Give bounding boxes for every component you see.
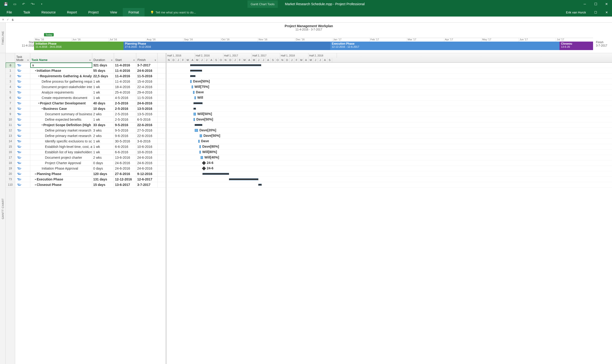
task-finish-cell[interactable]: 24-6-2016: [136, 160, 158, 166]
gantt-bar[interactable]: [192, 86, 193, 88]
task-dur-cell[interactable]: 1 wk: [92, 117, 114, 122]
row-number[interactable]: 13: [6, 133, 15, 139]
gantt-bar[interactable]: [195, 124, 202, 126]
ribbon-tab-format[interactable]: Format: [123, 8, 145, 16]
task-dur-cell[interactable]: 2 wks: [92, 133, 114, 138]
task-mode-cell[interactable]: [15, 101, 30, 106]
row-number[interactable]: 110: [6, 182, 15, 188]
gantt-row[interactable]: Will[75%]: [167, 84, 612, 90]
task-mode-cell[interactable]: [15, 106, 30, 111]
gantt-bar[interactable]: [194, 102, 203, 104]
task-mode-cell[interactable]: [15, 166, 30, 171]
gantt-row[interactable]: 24-6: [167, 160, 612, 166]
gantt-bar[interactable]: [190, 75, 195, 77]
task-finish-cell[interactable]: 24-6-2016: [136, 68, 158, 73]
task-start-cell[interactable]: 9-5-2016: [114, 128, 136, 133]
gantt-row[interactable]: [167, 171, 612, 177]
chevron-down-icon[interactable]: ▼: [89, 59, 91, 61]
row-number[interactable]: 18: [6, 160, 15, 166]
ribbon-tab-task[interactable]: Task: [18, 8, 36, 16]
table-row[interactable]: ▸Planning Phase120 days27-6-20169-12-201…: [15, 171, 166, 177]
gantt-bar[interactable]: [194, 108, 196, 110]
column-task-mode[interactable]: Task Mode ▼: [15, 53, 30, 62]
outline-toggle-icon[interactable]: ▾: [42, 124, 43, 126]
task-table-body[interactable]: s321 days11-4-20163-7-2017▾Initiation Ph…: [15, 63, 166, 364]
gantt-bar[interactable]: [193, 91, 195, 94]
task-name-cell[interactable]: Define primary market research ob: [30, 128, 92, 133]
entry-input[interactable]: [11, 17, 611, 22]
task-start-cell[interactable]: 27-6-2016: [114, 171, 136, 176]
gantt-row[interactable]: Will[80%]: [167, 150, 612, 155]
task-finish-cell[interactable]: 27-5-2016: [136, 128, 158, 133]
task-dur-cell[interactable]: 2 wks: [92, 112, 114, 117]
task-start-cell[interactable]: 24-6-2016: [114, 166, 136, 171]
task-mode-cell[interactable]: [15, 112, 30, 117]
task-mode-cell[interactable]: [15, 144, 30, 149]
task-finish-cell[interactable]: 11-5-2016: [136, 95, 158, 100]
task-dur-cell[interactable]: 40 days: [92, 101, 114, 106]
task-mode-cell[interactable]: [15, 73, 30, 79]
task-mode-cell[interactable]: [15, 79, 30, 84]
row-number[interactable]: 2: [6, 73, 15, 79]
task-name-cell[interactable]: Define primary market research de: [30, 133, 92, 138]
task-name-cell[interactable]: Create requirements document: [30, 95, 92, 100]
chevron-down-icon[interactable]: ▼: [27, 59, 29, 61]
table-row[interactable]: ▾Requirements Gathering & Analysis22,5 d…: [15, 73, 166, 79]
accept-icon[interactable]: ✓: [6, 18, 10, 21]
timeline-bar[interactable]: Execution Phase12-12-2016 - 12-6-2017: [330, 41, 559, 50]
task-dur-cell[interactable]: 1 wk: [92, 84, 114, 90]
row-number[interactable]: 16: [6, 150, 15, 155]
gantt-row[interactable]: Dave[50%]: [167, 133, 612, 139]
task-dur-cell[interactable]: 10 days: [92, 106, 114, 111]
gantt-bar[interactable]: [190, 80, 192, 83]
outline-toggle-icon[interactable]: ▾: [38, 102, 40, 104]
column-duration[interactable]: Duration ▼: [92, 53, 114, 62]
task-finish-cell[interactable]: 3-7-2017: [136, 182, 158, 187]
task-mode-cell[interactable]: [15, 95, 30, 100]
gantt-chart-area[interactable]: Half 1, 2016Half 2, 2016Half 1, 2017Half…: [167, 53, 612, 364]
task-start-cell[interactable]: 11-4-2016: [114, 79, 136, 84]
task-mode-cell[interactable]: [15, 90, 30, 95]
gantt-row[interactable]: 24-6: [167, 166, 612, 171]
table-row[interactable]: Establish list of key stakeholders1 wk6-…: [15, 150, 166, 155]
task-name-cell[interactable]: ▾Project Charter Development: [30, 101, 92, 106]
task-dur-cell[interactable]: 131 days: [92, 177, 114, 182]
table-row[interactable]: Project Charter Approval0 days24-6-20162…: [15, 160, 166, 166]
save-icon[interactable]: 💾: [3, 2, 8, 6]
table-row[interactable]: ▸Execution Phase131 days12-12-201612-6-2…: [15, 177, 166, 182]
tell-me-search[interactable]: 💡 Tell me what you want to do...: [150, 8, 196, 16]
gantt-bar[interactable]: [190, 64, 261, 66]
task-name-cell[interactable]: Identify specific exclusions to scop: [30, 139, 92, 144]
redo-icon[interactable]: ↷▾: [30, 2, 35, 6]
task-mode-cell[interactable]: [15, 128, 30, 133]
table-row[interactable]: Define process for gathering require1 wk…: [15, 79, 166, 84]
chevron-down-icon[interactable]: ▼: [133, 59, 135, 61]
task-finish-cell[interactable]: 10-6-2016: [136, 144, 158, 149]
milestone-marker[interactable]: [202, 161, 206, 165]
task-dur-cell[interactable]: 33 days: [92, 122, 114, 128]
task-start-cell[interactable]: 18-4-2016: [114, 84, 136, 90]
gantt-row[interactable]: Dave: [167, 139, 612, 144]
row-number[interactable]: 3: [6, 79, 15, 84]
task-finish-cell[interactable]: 12-6-2017: [136, 177, 158, 182]
task-dur-cell[interactable]: 15 days: [92, 182, 114, 187]
row-number[interactable]: 1: [6, 68, 15, 73]
table-row[interactable]: Document summary of business pr2 wks2-5-…: [15, 112, 166, 117]
task-dur-cell[interactable]: 55 days: [92, 68, 114, 73]
task-finish-cell[interactable]: 22-6-2016: [136, 122, 158, 128]
ribbon-close-button[interactable]: ✕: [601, 8, 612, 16]
table-row[interactable]: ▾Initiation Phase55 days11-4-201624-6-20…: [15, 68, 166, 73]
gantt-row[interactable]: [167, 106, 612, 112]
outline-toggle-icon[interactable]: ▸: [35, 178, 36, 181]
task-mode-cell[interactable]: [15, 133, 30, 138]
task-name-cell[interactable]: ▾Project Scope Definition (High Leve: [30, 122, 92, 128]
outline-toggle-icon[interactable]: ▸: [35, 173, 36, 175]
task-finish-cell[interactable]: 15-4-2016: [136, 79, 158, 84]
timeline-view[interactable]: Project Management Workplan 11-4-2016 - …: [6, 23, 612, 53]
table-row[interactable]: Define primary market research ob3 wks9-…: [15, 128, 166, 133]
task-dur-cell[interactable]: 120 days: [92, 171, 114, 176]
row-number[interactable]: 4: [6, 84, 15, 90]
task-name-cell[interactable]: Establish high-level time, cost, and r: [30, 144, 92, 149]
gantt-bar[interactable]: [194, 118, 195, 121]
task-start-cell[interactable]: 2-5-2016: [114, 101, 136, 106]
